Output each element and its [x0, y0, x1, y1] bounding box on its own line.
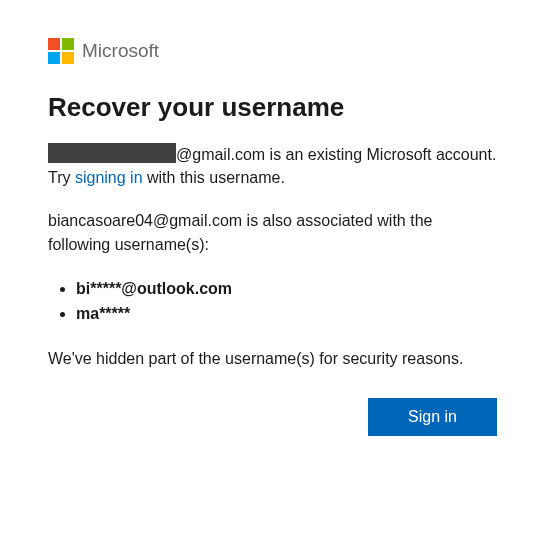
- brand-text: Microsoft: [82, 40, 159, 62]
- button-row: Sign in: [48, 398, 497, 436]
- list-item: ma*****: [76, 301, 497, 327]
- email-domain: @gmail.com: [176, 146, 265, 163]
- username-list: bi*****@outlook.com ma*****: [48, 276, 497, 327]
- sign-in-button[interactable]: Sign in: [368, 398, 497, 436]
- list-item: bi*****@outlook.com: [76, 276, 497, 302]
- page-title: Recover your username: [48, 92, 497, 123]
- existing-account-paragraph: @gmail.com is an existing Microsoft acco…: [48, 143, 497, 189]
- microsoft-logo-icon: [48, 38, 74, 64]
- associated-paragraph: biancasoare04@gmail.com is also associat…: [48, 209, 497, 255]
- associated-email: biancasoare04@gmail.com: [48, 212, 242, 229]
- hidden-notice: We've hidden part of the username(s) for…: [48, 347, 497, 370]
- existing-text-2: with this username.: [143, 169, 285, 186]
- signing-in-link[interactable]: signing in: [75, 169, 143, 186]
- redacted-email-prefix: [48, 143, 176, 163]
- logo-row: Microsoft: [48, 38, 497, 64]
